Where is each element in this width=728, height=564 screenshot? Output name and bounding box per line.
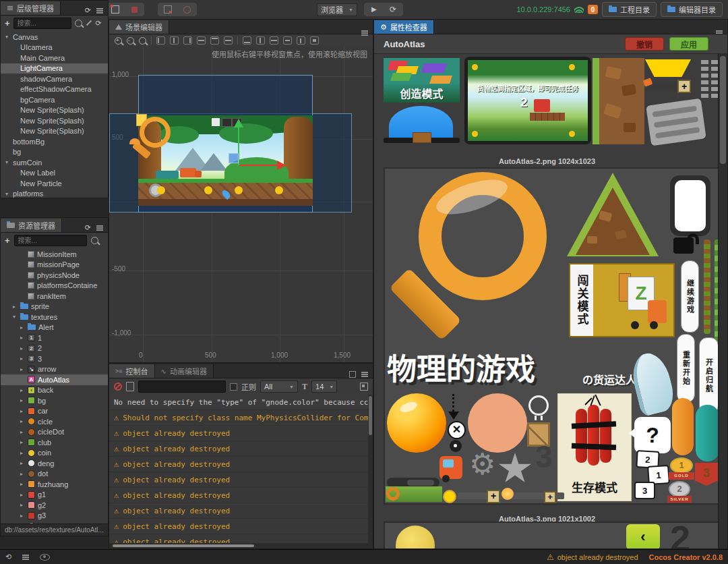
caret-right-icon[interactable]: ▸: [18, 460, 25, 466]
log-list-icon[interactable]: [22, 557, 29, 558]
font-size-dropdown[interactable]: 14▼: [311, 380, 337, 393]
align-right-icon[interactable]: [183, 36, 192, 45]
fit-size-icon[interactable]: [310, 36, 319, 45]
panel-menu-icon[interactable]: [716, 32, 723, 34]
align-top-icon[interactable]: [210, 36, 219, 45]
assets-item-platformsContaine[interactable]: platformsContaine: [1, 281, 108, 291]
assets-item-textures[interactable]: ▾textures: [1, 312, 108, 322]
console-filter-input[interactable]: [138, 380, 226, 393]
log-level-dropdown[interactable]: All▼: [260, 380, 298, 393]
anchor-mode-button[interactable]: [125, 4, 143, 15]
hierarchy-item-LightCamera[interactable]: LightCamera: [1, 63, 108, 74]
caret-right-icon[interactable]: ▸: [11, 304, 18, 310]
caret-right-icon[interactable]: ▸: [18, 345, 25, 351]
add-asset-button[interactable]: +: [5, 235, 10, 246]
assets-item-missionPage[interactable]: missionPage: [1, 260, 108, 271]
gizmo-y-arrow[interactable]: [234, 119, 243, 128]
hierarchy-item-New Sprite(Splash)[interactable]: New Sprite(Splash): [1, 115, 108, 126]
assets-item-rankItem[interactable]: rankItem: [1, 291, 108, 302]
caret-down-icon[interactable]: ▾: [11, 314, 18, 320]
caret-right-icon[interactable]: ▸: [18, 450, 25, 456]
scene-canvas[interactable]: 1,000 500 -500 -1,000 0 500 1,000 1,500 …: [109, 47, 373, 362]
assets-item-cicleDot[interactable]: ▸cicleDot: [1, 427, 108, 438]
panel-menu-icon[interactable]: [96, 10, 103, 11]
zoom-reset-icon[interactable]: [139, 37, 146, 45]
zoom-out-icon[interactable]: -: [127, 37, 134, 45]
world-coord-button[interactable]: [178, 4, 195, 15]
tab-inspector[interactable]: ⚙ 属性检查器: [374, 20, 434, 34]
assets-item-club[interactable]: ▸club: [1, 437, 108, 448]
hierarchy-item-New Particle[interactable]: New Particle: [1, 178, 108, 189]
console-hscrollbar[interactable]: [109, 543, 373, 548]
caret-right-icon[interactable]: ▸: [18, 356, 25, 362]
caret-right-icon[interactable]: ▸: [18, 439, 25, 445]
revert-button[interactable]: 撤销: [625, 37, 664, 51]
zoom-in-icon[interactable]: +: [115, 37, 122, 45]
assets-item-bg[interactable]: ▸bg: [1, 395, 108, 406]
panel-menu-icon[interactable]: [96, 227, 103, 229]
hierarchy-item-sumCoin[interactable]: ▾sumCoin: [1, 157, 108, 168]
assets-item-car[interactable]: ▸car: [1, 406, 108, 417]
assets-item-sprite[interactable]: ▸sprite: [1, 302, 108, 312]
tab-scene-editor[interactable]: 场景编辑器: [109, 20, 169, 34]
pick-icon[interactable]: [86, 20, 91, 26]
assets-item-2[interactable]: ▸22: [1, 343, 108, 354]
caret-right-icon[interactable]: ▸: [18, 325, 25, 331]
hierarchy-item-platforms[interactable]: ▾platforms: [1, 189, 108, 198]
refresh-icon[interactable]: ⟳: [85, 223, 91, 232]
regex-checkbox[interactable]: [230, 383, 237, 391]
assets-item-MissionItem[interactable]: MissionItem: [1, 249, 108, 260]
gizmo-x-arrow[interactable]: [277, 161, 286, 170]
caret-down-icon[interactable]: ▾: [3, 191, 10, 197]
hierarchy-item-Canvas[interactable]: ▾Canvas: [1, 32, 108, 43]
eye-icon[interactable]: [40, 554, 50, 561]
align-middle-icon[interactable]: [224, 36, 233, 45]
stretch-h-icon[interactable]: [283, 36, 292, 45]
caret-right-icon[interactable]: ▸: [18, 492, 25, 498]
caret-right-icon[interactable]: ▸: [18, 418, 25, 424]
caret-right-icon[interactable]: ▸: [18, 502, 25, 508]
assets-item-arrow[interactable]: ▸↘arrow: [1, 364, 108, 375]
assets-item-physicsNode[interactable]: physicsNode: [1, 270, 108, 281]
tab-hierarchy[interactable]: 层级管理器: [1, 1, 61, 15]
inspector-scrollbar[interactable]: [718, 53, 727, 548]
assets-item-g1[interactable]: ▸g1: [1, 490, 108, 501]
hierarchy-item-New Label[interactable]: New Label: [1, 168, 108, 179]
space-evenly-icon[interactable]: [270, 36, 278, 45]
clear-console-icon[interactable]: [114, 383, 122, 391]
play-button[interactable]: ▶: [365, 4, 383, 15]
hierarchy-search-input[interactable]: [13, 18, 71, 29]
caret-down-icon[interactable]: ▾: [3, 159, 10, 165]
refresh-preview-button[interactable]: ⟳: [384, 4, 402, 15]
hierarchy-item-bottomBg[interactable]: bottomBg: [1, 136, 108, 147]
tab-console[interactable]: >≡ 控制台: [109, 364, 155, 378]
pivot-mode-button[interactable]: [107, 4, 124, 15]
caret-right-icon[interactable]: ▸: [18, 335, 25, 341]
project-dir-button[interactable]: 工程目录: [602, 2, 657, 17]
align-center-h-icon[interactable]: [170, 36, 179, 45]
assets-item-cicle[interactable]: ▸cicle: [1, 416, 108, 427]
assets-item-3[interactable]: ▸33: [1, 354, 108, 364]
hierarchy-item-UIcamera[interactable]: UIcamera: [1, 43, 108, 53]
caret-right-icon[interactable]: ▸: [18, 513, 25, 519]
caret-right-icon[interactable]: ▸: [18, 387, 25, 393]
hierarchy-item-effectShadowCamera[interactable]: effectShadowCamera: [1, 84, 108, 95]
tab-animation-editor[interactable]: ∿ 动画编辑器: [155, 364, 214, 378]
assets-item-g2[interactable]: ▸g2: [1, 500, 108, 511]
hierarchy-item-bgCamera[interactable]: bgCamera: [1, 94, 108, 105]
assets-item-back[interactable]: ▸‹back: [1, 385, 108, 396]
assets-item-1[interactable]: ▸11: [1, 333, 108, 343]
assets-item-fuzhuang[interactable]: ▸fuzhuang: [1, 479, 108, 490]
hierarchy-item-New Sprite(Splash)[interactable]: New Sprite(Splash): [1, 126, 108, 137]
gizmo-plane-handle[interactable]: [229, 153, 239, 163]
caret-right-icon[interactable]: ▸: [18, 429, 25, 435]
add-node-button[interactable]: +: [5, 18, 10, 28]
caret-right-icon[interactable]: ▸: [18, 481, 25, 487]
console-vscrollbar[interactable]: [368, 395, 373, 543]
assets-item-coin[interactable]: ▸coin: [1, 448, 108, 459]
star-gizmo-icon[interactable]: [212, 118, 220, 126]
search-icon[interactable]: [91, 237, 98, 244]
align-left-icon[interactable]: [156, 36, 165, 45]
assets-item-Alert[interactable]: ▸Alert: [1, 322, 108, 333]
log-file-icon[interactable]: [126, 382, 134, 391]
